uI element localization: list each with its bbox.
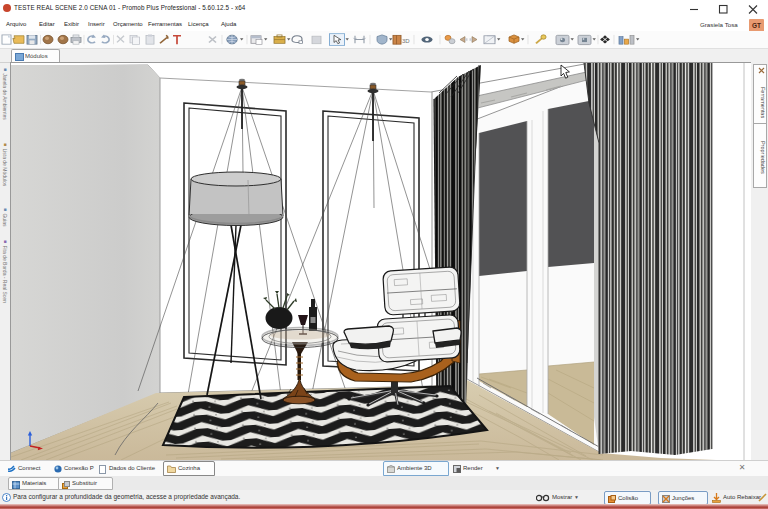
svg-text:3D: 3D [402, 39, 410, 44]
